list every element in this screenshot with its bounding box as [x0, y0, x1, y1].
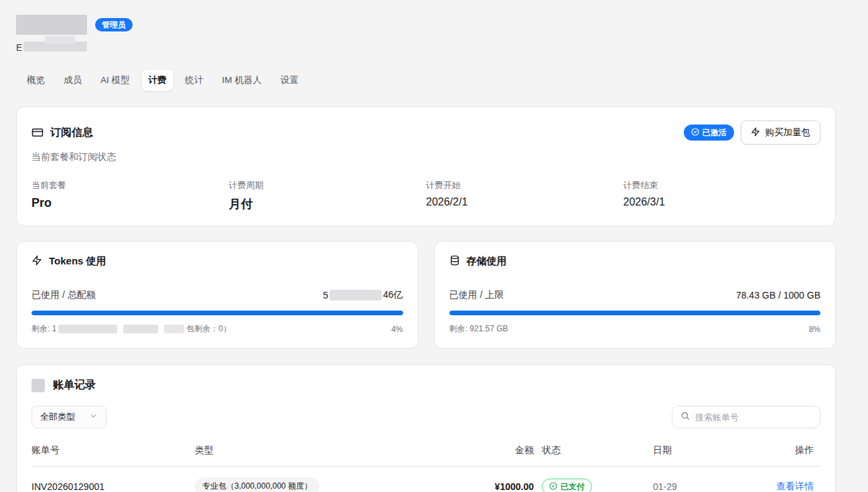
zap-icon	[751, 127, 760, 139]
tokens-title: Tokens 使用	[49, 255, 106, 268]
redacted-org-name	[16, 15, 87, 35]
field-current-plan: 当前套餐 Pro	[31, 179, 229, 212]
amount: ¥1000.00	[409, 471, 534, 492]
storage-title: 存储使用	[467, 255, 507, 268]
col-action: 操作	[774, 439, 820, 466]
invoice-search	[672, 406, 820, 428]
type-filter-select[interactable]: 全部类型	[31, 406, 106, 428]
email-prefix: E	[16, 42, 22, 53]
tab-members[interactable]: 成员	[57, 70, 88, 91]
subscription-card: 订阅信息 已激活 购买加量包 当前套餐和订阅状态	[16, 106, 836, 226]
tab-billing[interactable]: 计费	[142, 70, 173, 91]
tokens-usage-card: Tokens 使用 已使用 / 总配额 5 46亿 剩余: 1 包剩余：0）	[16, 241, 419, 349]
check-circle-icon	[549, 482, 557, 491]
zap-icon	[31, 255, 42, 268]
tokens-usage-value: 5 46亿	[323, 289, 403, 301]
storage-percent: 8%	[809, 325, 820, 334]
billing-end-value: 2026/3/1	[624, 196, 821, 208]
table-row: INV20260129001 专业包（3,000,000,000 额度） ¥10…	[31, 467, 820, 492]
subscription-fields: 当前套餐 Pro 计费周期 月付 计费开始 2026/2/1 计费结束 2026…	[31, 179, 820, 212]
storage-usage-card: 存储使用 已使用 / 上限 78.43 GB / 1000 GB 剩余: 921…	[434, 241, 837, 349]
billing-start-value: 2026/2/1	[426, 196, 624, 208]
invoice-number: INV20260129001	[31, 471, 188, 492]
tokens-remaining: 剩余: 1 包剩余：0）	[31, 323, 231, 335]
billing-title: 账单记录	[53, 378, 96, 392]
buy-addon-button[interactable]: 购买加量包	[741, 120, 821, 145]
col-invoice: 账单号	[31, 439, 188, 466]
credit-card-icon	[31, 127, 44, 139]
col-status: 状态	[534, 439, 643, 466]
database-icon	[449, 255, 460, 268]
tab-overview[interactable]: 概览	[20, 70, 52, 91]
redacted-billing-icon	[31, 379, 45, 392]
tokens-usage-label: 已使用 / 总配额	[31, 289, 96, 301]
subscription-subtitle: 当前套餐和订阅状态	[31, 151, 820, 163]
storage-usage-value: 78.43 GB / 1000 GB	[736, 290, 820, 301]
col-type: 类型	[188, 439, 409, 466]
view-details-link[interactable]: 查看详情	[776, 481, 814, 491]
table-header: 账单号 类型 金额 状态 日期 操作	[31, 439, 820, 467]
tokens-percent: 4%	[391, 325, 403, 334]
storage-remaining: 剩余: 921.57 GB	[449, 323, 508, 335]
tokens-progress-bar	[31, 311, 403, 315]
check-circle-icon	[691, 128, 699, 137]
billing-table: 账单号 类型 金额 状态 日期 操作 INV20260129001 专业包（3,…	[31, 439, 820, 492]
invoice-date: 01-29	[643, 471, 774, 492]
status-badge: 已激活	[684, 125, 734, 141]
field-billing-cycle: 计费周期 月付	[229, 179, 427, 212]
field-billing-end: 计费结束 2026/3/1	[624, 179, 821, 212]
subscription-title: 订阅信息	[50, 126, 93, 140]
field-billing-start: 计费开始 2026/2/1	[426, 179, 624, 212]
nav-tabs: 概览 成员 AI 模型 计费 统计 IM 机器人 设置	[20, 70, 836, 91]
org-email: E	[16, 42, 836, 54]
current-plan-value: Pro	[31, 196, 229, 210]
type-badge: 专业包（3,000,000,000 额度）	[195, 477, 319, 492]
admin-role-badge: 管理员	[95, 18, 133, 31]
paid-status-badge: 已支付	[542, 479, 592, 492]
search-icon	[680, 411, 690, 423]
billing-records-card: 账单记录 全部类型 账单号 类型 金额 状态 日期	[16, 364, 836, 492]
chevron-down-icon	[89, 412, 98, 422]
col-date: 日期	[643, 439, 774, 466]
billing-cycle-value: 月付	[229, 196, 427, 212]
storage-usage-label: 已使用 / 上限	[449, 289, 504, 301]
invoice-search-input[interactable]	[695, 412, 812, 422]
tab-statistics[interactable]: 统计	[179, 70, 210, 91]
redacted-token-value	[330, 290, 382, 301]
tab-ai-models[interactable]: AI 模型	[94, 70, 137, 91]
storage-progress-bar	[449, 311, 821, 315]
page-container: 管理员 E 概览 成员 AI 模型 计费 统计 IM 机器人 设置 订阅信息	[16, 0, 836, 492]
col-amount: 金额	[409, 439, 534, 466]
tab-settings[interactable]: 设置	[274, 70, 305, 91]
org-header: 管理员 E	[16, 0, 836, 54]
tab-im-bots[interactable]: IM 机器人	[216, 70, 269, 91]
